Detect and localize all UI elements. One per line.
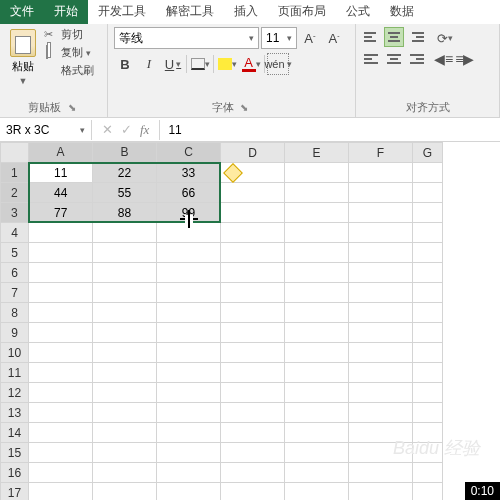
cell[interactable] xyxy=(221,363,285,383)
cell[interactable] xyxy=(157,263,221,283)
tab-developer[interactable]: 开发工具 xyxy=(88,0,156,24)
col-header-b[interactable]: B xyxy=(93,143,157,163)
underline-button[interactable]: U▾ xyxy=(162,53,184,75)
cell[interactable] xyxy=(221,423,285,443)
cell[interactable] xyxy=(349,163,413,183)
cell[interactable] xyxy=(29,263,93,283)
col-header-e[interactable]: E xyxy=(285,143,349,163)
cell[interactable] xyxy=(413,383,443,403)
select-all-corner[interactable] xyxy=(1,143,29,163)
enter-formula-button[interactable]: ✓ xyxy=(121,122,132,137)
paste-button[interactable]: 粘贴 ▼ xyxy=(6,27,40,88)
cell[interactable] xyxy=(285,443,349,463)
cell[interactable]: 33 xyxy=(157,163,221,183)
cell[interactable]: 77 xyxy=(29,203,93,223)
cell[interactable] xyxy=(29,343,93,363)
cell[interactable] xyxy=(221,443,285,463)
tab-home[interactable]: 开始 xyxy=(44,0,88,24)
row-header[interactable]: 11 xyxy=(1,363,29,383)
col-header-c[interactable]: C xyxy=(157,143,221,163)
cell[interactable] xyxy=(221,183,285,203)
italic-button[interactable]: I xyxy=(138,53,160,75)
cell[interactable] xyxy=(349,243,413,263)
cell[interactable] xyxy=(413,303,443,323)
cell[interactable] xyxy=(29,443,93,463)
cell[interactable] xyxy=(29,483,93,501)
decrease-indent-button[interactable]: ◀≡ xyxy=(434,51,453,67)
row-header[interactable]: 4 xyxy=(1,223,29,243)
cell[interactable] xyxy=(349,483,413,501)
cell[interactable] xyxy=(413,443,443,463)
cell[interactable] xyxy=(413,283,443,303)
cell[interactable] xyxy=(349,223,413,243)
cell[interactable] xyxy=(157,423,221,443)
fx-button[interactable]: fx xyxy=(140,122,149,138)
cell[interactable] xyxy=(157,303,221,323)
cell[interactable] xyxy=(221,263,285,283)
cell[interactable] xyxy=(93,463,157,483)
cell[interactable] xyxy=(349,363,413,383)
cell[interactable] xyxy=(285,383,349,403)
cell[interactable] xyxy=(349,203,413,223)
cell[interactable]: 11 xyxy=(29,163,93,183)
cell[interactable] xyxy=(93,323,157,343)
cell[interactable] xyxy=(93,263,157,283)
cell[interactable] xyxy=(285,363,349,383)
cell[interactable] xyxy=(285,303,349,323)
cell[interactable] xyxy=(221,323,285,343)
cell[interactable] xyxy=(413,183,443,203)
cell[interactable] xyxy=(157,443,221,463)
cell[interactable] xyxy=(29,243,93,263)
row-header[interactable]: 1 xyxy=(1,163,29,183)
phonetic-button[interactable]: wén▾ xyxy=(267,53,289,75)
cell[interactable] xyxy=(221,483,285,501)
row-header[interactable]: 5 xyxy=(1,243,29,263)
dialog-launcher-icon[interactable]: ⬊ xyxy=(237,102,251,113)
cell[interactable] xyxy=(93,443,157,463)
cell[interactable] xyxy=(285,263,349,283)
cell[interactable]: 44 xyxy=(29,183,93,203)
cell[interactable] xyxy=(157,343,221,363)
cell[interactable] xyxy=(29,303,93,323)
font-size-select[interactable]: 11▾ xyxy=(261,27,297,49)
decrease-font-button[interactable]: Aˇ xyxy=(323,27,345,49)
cell[interactable] xyxy=(413,403,443,423)
row-header[interactable]: 15 xyxy=(1,443,29,463)
cell[interactable] xyxy=(93,363,157,383)
cell[interactable] xyxy=(29,363,93,383)
cell[interactable] xyxy=(349,403,413,423)
cell[interactable] xyxy=(285,203,349,223)
copy-button[interactable]: 复制▾ xyxy=(44,45,94,60)
cell[interactable] xyxy=(29,463,93,483)
row-header[interactable]: 12 xyxy=(1,383,29,403)
cell[interactable] xyxy=(157,483,221,501)
increase-indent-button[interactable]: ≡▶ xyxy=(455,51,474,67)
cell[interactable] xyxy=(93,483,157,501)
col-header-g[interactable]: G xyxy=(413,143,443,163)
cell[interactable] xyxy=(413,223,443,243)
cell[interactable] xyxy=(349,343,413,363)
cell[interactable] xyxy=(413,423,443,443)
cell[interactable] xyxy=(349,463,413,483)
align-top-left[interactable] xyxy=(362,27,382,47)
row-header[interactable]: 10 xyxy=(1,343,29,363)
cell[interactable] xyxy=(285,223,349,243)
row-header[interactable]: 3 xyxy=(1,203,29,223)
cell[interactable] xyxy=(93,283,157,303)
cell[interactable] xyxy=(157,363,221,383)
cell[interactable] xyxy=(29,283,93,303)
cell[interactable] xyxy=(285,423,349,443)
cell[interactable] xyxy=(93,383,157,403)
cell[interactable] xyxy=(93,303,157,323)
cell[interactable] xyxy=(349,283,413,303)
align-top-center[interactable] xyxy=(384,27,404,47)
cell[interactable] xyxy=(285,463,349,483)
cell[interactable] xyxy=(221,243,285,263)
tab-decrypt[interactable]: 解密工具 xyxy=(156,0,224,24)
row-header[interactable]: 7 xyxy=(1,283,29,303)
cell[interactable] xyxy=(29,323,93,343)
spreadsheet-grid[interactable]: A B C D E F G 1112233 2445566 3778899 4 … xyxy=(0,142,443,500)
cell[interactable] xyxy=(157,463,221,483)
increase-font-button[interactable]: Aˆ xyxy=(299,27,321,49)
cell[interactable] xyxy=(413,483,443,501)
